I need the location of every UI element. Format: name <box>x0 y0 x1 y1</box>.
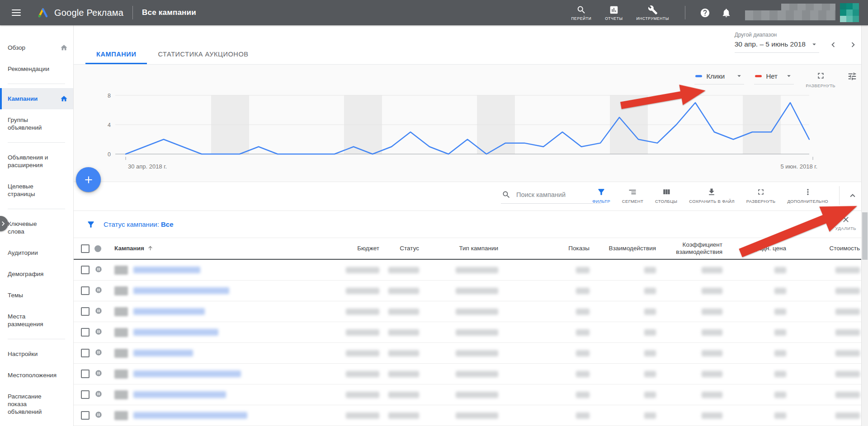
redacted-value <box>346 329 379 336</box>
sidebar-item-label: Целевые страницы <box>8 183 35 198</box>
sidebar-item-ad-groups[interactable]: Группы объявлений <box>0 109 73 138</box>
table-row[interactable] <box>74 301 868 322</box>
chart-metric-dropdown-2[interactable]: Нет <box>754 70 794 84</box>
checkbox[interactable] <box>81 411 90 420</box>
row-campaign-cell[interactable] <box>114 286 330 295</box>
segment-icon <box>628 187 637 197</box>
row-select[interactable] <box>81 390 94 399</box>
table-row[interactable] <box>74 384 868 405</box>
toolbar-button-filter[interactable]: ФИЛЬТР <box>586 186 616 205</box>
paused-status-icon <box>94 328 103 336</box>
row-campaign-cell[interactable] <box>114 307 330 316</box>
row-avg-cost <box>722 371 786 377</box>
sidebar-item-topics[interactable]: Темы <box>0 285 73 306</box>
paused-status-icon <box>94 348 103 356</box>
tab-campaigns[interactable]: КАМПАНИИ <box>85 51 147 64</box>
row-campaign-cell[interactable] <box>114 390 330 399</box>
sidebar-item-demographics[interactable]: Демография <box>0 263 73 285</box>
checkbox[interactable] <box>81 244 90 253</box>
account-info-redacted[interactable] <box>745 4 835 22</box>
sidebar-nav: ОбзорРекомендацииКампанииГруппы объявлен… <box>0 37 73 426</box>
redacted-value <box>456 309 498 315</box>
table-row[interactable] <box>74 322 868 343</box>
date-range-prev-button[interactable] <box>828 40 838 50</box>
date-range-picker[interactable]: Другой диапазон 30 апр. – 5 июнь 2018 <box>735 32 819 53</box>
row-select[interactable] <box>81 411 94 420</box>
row-cost <box>786 350 860 356</box>
sidebar-item-label: Рекомендации <box>8 65 49 73</box>
row-campaign-cell[interactable] <box>114 411 330 420</box>
redacted-value <box>576 288 590 294</box>
topbar-action-reports[interactable]: ОТЧЕТЫ <box>598 5 629 21</box>
expand-icon <box>756 187 765 197</box>
topbar-action-label: ПЕРЕЙТИ <box>571 16 591 21</box>
help-button[interactable] <box>700 8 710 18</box>
tab-auction-insights[interactable]: СТАТИСТИКА АУКЦИОНОВ <box>147 51 259 64</box>
checkbox[interactable] <box>81 328 90 337</box>
checkbox[interactable] <box>81 266 90 274</box>
checkbox[interactable] <box>81 390 90 399</box>
sidebar-item-overview[interactable]: Обзор <box>0 37 73 58</box>
checkbox[interactable] <box>81 286 90 295</box>
row-interaction-rate <box>656 392 722 398</box>
chart-expand-button[interactable]: РАЗВЕРНУТЬ <box>806 71 835 88</box>
header-select-all[interactable] <box>81 244 94 253</box>
sidebar-divider <box>8 209 65 209</box>
table-row[interactable] <box>74 343 868 364</box>
sidebar-item-landing-pages[interactable]: Целевые страницы <box>0 176 73 205</box>
menu-icon[interactable] <box>12 9 21 16</box>
sidebar-item-audiences[interactable]: Аудитории <box>0 242 73 263</box>
row-campaign-cell[interactable] <box>114 370 330 379</box>
new-campaign-button[interactable] <box>76 167 101 192</box>
header-type[interactable]: Тип кампании <box>419 245 498 252</box>
topbar-action-tools[interactable]: ИНСТРУМЕНТЫ <box>630 5 676 21</box>
row-select[interactable] <box>81 307 94 316</box>
scrollbar[interactable] <box>861 25 868 426</box>
row-select[interactable] <box>81 370 94 378</box>
date-range-next-button[interactable] <box>848 40 858 50</box>
table-row[interactable] <box>74 405 868 426</box>
scrollbar-thumb[interactable] <box>862 212 868 260</box>
sidebar-item-ads-extensions[interactable]: Объявления и расширения <box>0 147 73 176</box>
row-select[interactable] <box>81 266 94 274</box>
toolbar-button-expand[interactable]: РАЗВЕРНУТЬ <box>741 186 782 205</box>
toolbar-button-download[interactable]: СОХРАНИТЬ В ФАЙЛ <box>683 186 741 205</box>
redacted-value <box>644 329 656 336</box>
avatar[interactable] <box>840 3 859 22</box>
redacted-value <box>774 267 786 273</box>
checkbox[interactable] <box>81 307 90 316</box>
header-budget[interactable]: Бюджет <box>330 245 379 252</box>
header-status[interactable]: Статус <box>379 245 419 252</box>
sidebar-item-ad-schedule[interactable]: Расписание показа объявлений <box>0 386 73 422</box>
row-select[interactable] <box>81 328 94 337</box>
active-filter-chip[interactable]: Статус кампании: Все <box>104 220 174 228</box>
sidebar-item-devices[interactable]: Устройства <box>0 422 73 426</box>
sidebar-item-keywords[interactable]: Ключевые слова <box>0 213 73 242</box>
row-campaign-cell[interactable] <box>114 349 330 358</box>
toolbar-button-segment[interactable]: СЕГМЕНТ <box>616 186 649 205</box>
row-select[interactable] <box>81 349 94 357</box>
row-select[interactable] <box>81 286 94 295</box>
chart-settings-button[interactable] <box>847 71 857 81</box>
checkbox[interactable] <box>81 370 90 378</box>
row-campaign-cell[interactable] <box>114 328 330 337</box>
header-interactions[interactable]: Взаимодействия <box>590 245 656 252</box>
sidebar-item-settings[interactable]: Настройки <box>0 343 73 365</box>
table-row[interactable] <box>74 364 868 384</box>
toolbar-button-columns[interactable]: СТОЛБЦЫ <box>649 186 683 205</box>
sidebar-item-recommendations[interactable]: Рекомендации <box>0 58 73 80</box>
notifications-button[interactable] <box>721 8 731 18</box>
redacted-value <box>835 371 860 377</box>
table-row[interactable] <box>74 281 868 301</box>
sidebar-item-placements[interactable]: Места размещения <box>0 306 73 335</box>
sidebar-item-locations[interactable]: Местоположения <box>0 365 73 386</box>
checkbox[interactable] <box>81 349 90 357</box>
row-campaign-cell[interactable] <box>114 266 330 275</box>
header-campaign[interactable]: Кампания <box>114 245 330 252</box>
toolbar-button-label: СОХРАНИТЬ В ФАЙЛ <box>689 199 735 204</box>
redacted-value <box>456 371 498 377</box>
header-interaction-rate[interactable]: Коэффициент взаимодействия <box>656 241 722 255</box>
topbar-action-goto[interactable]: ПЕРЕЙТИ <box>564 5 598 21</box>
sidebar-item-campaigns[interactable]: Кампании <box>0 88 73 109</box>
header-impressions[interactable]: Показы <box>498 245 590 252</box>
